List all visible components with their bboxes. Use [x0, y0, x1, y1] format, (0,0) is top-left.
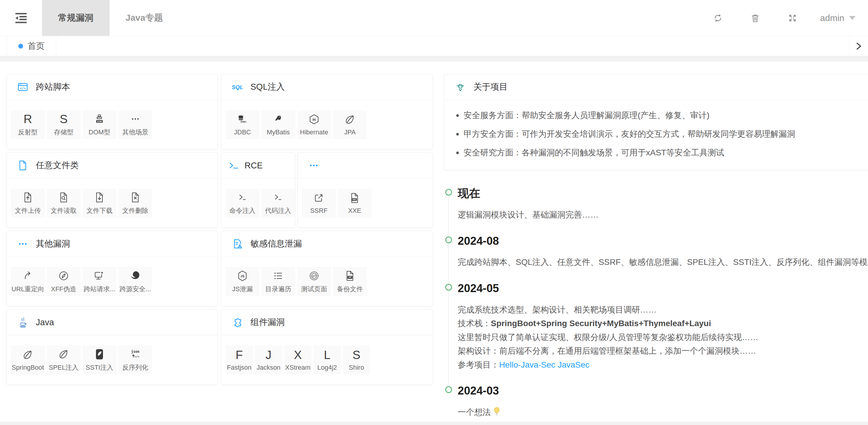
- tile-xss-dom[interactable]: DOM DOM型: [83, 110, 116, 139]
- tile-xss-stored[interactable]: S 存储型: [47, 110, 81, 139]
- tab-label: Java专题: [126, 12, 163, 24]
- refresh-button[interactable]: [699, 0, 737, 36]
- leaf-icon: [22, 348, 34, 361]
- timeline-title: 2024-03: [458, 385, 868, 397]
- card-title: Java: [36, 318, 54, 327]
- card-xss: </> 跨站脚本 R 反射型 S 存储型 DOM: [6, 74, 218, 150]
- tile-command-injection[interactable]: 命令注入: [225, 189, 259, 218]
- tile-xss-reflected[interactable]: R 反射型: [11, 110, 45, 139]
- tile-label: Log4j2: [317, 364, 337, 371]
- tile-label: JDBC: [234, 128, 251, 136]
- js-hexagon-icon: JS: [237, 269, 248, 282]
- svg-text:测试: 测试: [312, 274, 317, 278]
- card-title: RCE: [245, 161, 262, 170]
- tile-url-redirect[interactable]: URL重定向: [11, 267, 45, 296]
- timeline-text: 逻辑漏洞模块设计、基础漏洞完善……: [458, 208, 868, 222]
- letter-j-icon: J: [266, 348, 272, 361]
- compass-icon: [58, 269, 69, 282]
- tile-ssti-injection[interactable]: SSTI注入: [83, 346, 116, 374]
- card-java-header: Java: [7, 309, 217, 335]
- ellipsis-icon: [18, 238, 28, 249]
- card-components-header: 组件漏洞: [221, 309, 433, 335]
- file-upload-icon: [22, 191, 34, 204]
- card-title: 任意文件类: [36, 160, 79, 171]
- letter-x-icon: X: [294, 348, 302, 361]
- java-cup-icon: [18, 317, 28, 328]
- tile-label: 文件删除: [122, 206, 148, 215]
- tile-springboot[interactable]: SpringBoot: [11, 346, 45, 374]
- tile-jpa[interactable]: JPA: [333, 110, 367, 139]
- sidebar-collapse-button[interactable]: [0, 0, 42, 36]
- timeline-title: 2024-05: [458, 282, 868, 295]
- tab-scroll-right-button[interactable]: [849, 36, 868, 56]
- zip-file-icon: ZIP: [344, 269, 356, 282]
- timeline-node-icon: [445, 189, 452, 196]
- card-title: SQL注入: [250, 81, 285, 93]
- file-delete-icon: [129, 191, 141, 204]
- tile-test-page[interactable]: 测试 测试页面: [297, 267, 331, 296]
- tile-label: 备份文件: [337, 285, 363, 294]
- tile-js-leak[interactable]: JS JS泄漏: [225, 267, 259, 296]
- fullscreen-icon: [787, 13, 798, 23]
- tile-xxe[interactable]: XML XXE: [338, 189, 372, 218]
- leaf-icon: [344, 113, 356, 126]
- file-download-icon: [94, 191, 105, 204]
- tab-java-special[interactable]: Java专题: [110, 0, 179, 36]
- fullscreen-button[interactable]: [774, 0, 811, 36]
- letter-s-icon: S: [352, 348, 361, 361]
- card-other-vulns: 其他漏洞 URL重定向 XFF伪造: [6, 231, 218, 306]
- tile-file-upload[interactable]: 文件上传: [11, 189, 45, 218]
- link-javasec[interactable]: JavaSec: [558, 360, 589, 369]
- top-header-bar: 常规漏洞 Java专题 admin: [0, 0, 868, 36]
- database-icon: JDBC: [237, 113, 248, 126]
- tile-label: 测试页面: [301, 285, 327, 294]
- timeline-text: 完成跨站脚本、SQL注入、任意文件、SSRF、敏感信息泄漏、SPEL注入、SST…: [458, 255, 868, 269]
- tile-backup-file[interactable]: ZIP 备份文件: [333, 267, 367, 296]
- ellipsis-icon: [308, 160, 319, 171]
- timeline-line: 参考项目：Hello-Java-Sec JavaSec: [458, 358, 868, 372]
- tab-regular-vulns[interactable]: 常规漏洞: [42, 0, 110, 36]
- browser-code-icon: </>: [18, 82, 28, 92]
- svg-text:JDBC: JDBC: [240, 121, 247, 123]
- tile-spel-injection[interactable]: SPEL注入: [47, 346, 81, 374]
- tile-fastjson[interactable]: F Fastjson: [225, 346, 253, 374]
- tile-code-injection[interactable]: 代码注入: [261, 189, 295, 218]
- indent-collapse-icon: [13, 10, 29, 26]
- tile-ssrf[interactable]: SSRF: [302, 189, 336, 218]
- tile-file-read[interactable]: 文件读取: [47, 189, 81, 218]
- letter-r-icon: R: [24, 112, 32, 126]
- svg-text:ZIP: ZIP: [348, 276, 352, 278]
- tile-csrf[interactable]: 跨站请求...: [83, 267, 116, 296]
- tile-cors[interactable]: 跨源安全...: [118, 267, 152, 296]
- timeline-text: 一个想法: [458, 405, 868, 420]
- tile-label: 存储型: [54, 128, 73, 137]
- tile-jackson[interactable]: J Jackson: [255, 346, 282, 374]
- tile-log4j2[interactable]: L Log4j2: [313, 346, 341, 374]
- dom-icon: DOM: [94, 112, 105, 126]
- tile-hibernate[interactable]: H Hibernate: [297, 110, 331, 139]
- clear-cache-button[interactable]: [737, 0, 774, 36]
- link-hello-java-sec[interactable]: Hello-Java-Sec: [499, 360, 555, 369]
- tile-label: SSTI注入: [86, 363, 113, 372]
- document-warning-icon: [232, 238, 243, 249]
- list-icon: [272, 269, 284, 282]
- tile-deserialization[interactable]: json</> 反序列化: [118, 346, 152, 374]
- tile-jdbc[interactable]: JDBC JDBC: [225, 110, 259, 139]
- tile-file-download[interactable]: 文件下载: [83, 189, 116, 218]
- tile-xss-other[interactable]: 其他场景: [118, 110, 152, 139]
- tile-file-delete[interactable]: 文件删除: [118, 189, 152, 218]
- tile-xstream[interactable]: X XStream: [284, 346, 311, 374]
- external-link-icon: [313, 192, 325, 204]
- vulnerability-cards: </> 跨站脚本 R 反射型 S 存储型 DOM: [6, 74, 433, 385]
- tile-mybatis[interactable]: MyBatis: [261, 110, 295, 139]
- tile-dir-traversal[interactable]: 目录遍历: [261, 267, 295, 296]
- tile-xff-forge[interactable]: XFF伪造: [47, 267, 81, 296]
- json-icon: json</>: [129, 348, 141, 361]
- tile-shiro[interactable]: S Shiro: [343, 346, 370, 374]
- user-menu[interactable]: admin: [811, 13, 868, 23]
- tile-label: 目录遍历: [265, 285, 291, 294]
- lightbulb-icon: [493, 407, 501, 420]
- redirect-arrow-icon: [22, 269, 34, 282]
- tile-label: 代码注入: [265, 206, 291, 215]
- tab-home[interactable]: 首页: [7, 36, 56, 56]
